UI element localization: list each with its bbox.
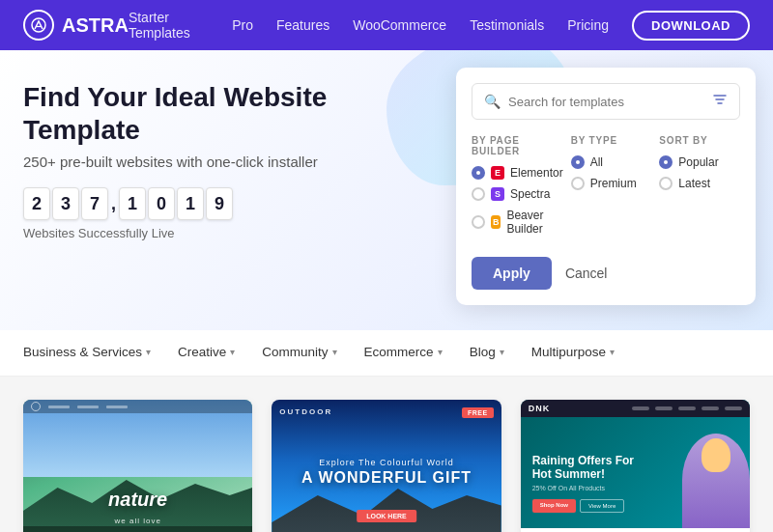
apply-button[interactable]: Apply	[472, 257, 552, 290]
cat-business-label: Business & Services	[23, 345, 142, 359]
cat-multipurpose[interactable]: Multipurpose ▾	[531, 330, 615, 376]
template-card-outdoor[interactable]: FREE OUTDOOR Explore The Colourful World…	[272, 400, 501, 532]
download-button[interactable]: DOWNLOAD	[632, 11, 750, 41]
outdoor-cta: LOOK HERE	[357, 510, 416, 522]
filter-spectra[interactable]: S Spectra	[472, 187, 563, 201]
outdoor-mountains	[272, 482, 501, 532]
hero-subtitle: 250+ pre-built websites with one-click i…	[23, 154, 448, 170]
cat-multipurpose-label: Multipurpose	[531, 345, 606, 359]
store-nav-dot-4	[701, 406, 719, 410]
filter-elementor[interactable]: E Elementor	[472, 166, 563, 180]
cat-blog-arrow: ▾	[500, 347, 504, 357]
nav-starter-templates[interactable]: Starter Templates	[129, 10, 209, 41]
nav-features[interactable]: Features	[276, 17, 329, 33]
cat-ecommerce-label: Ecommerce	[364, 345, 434, 359]
radio-all	[571, 155, 585, 169]
cat-community[interactable]: Community ▾	[262, 330, 336, 376]
nature-tagline: we all love	[23, 517, 252, 525]
nature-nav-dot-1	[48, 406, 70, 408]
nav-testimonials[interactable]: Testimonials	[470, 17, 544, 33]
spectra-label: Spectra	[510, 187, 550, 201]
counter-label: Websites Successfully Live	[23, 226, 448, 240]
outdoor-title: Explore The Colourful World A WONDERFUL …	[272, 458, 501, 487]
cat-blog-label: Blog	[470, 345, 496, 359]
outdoor-badge: FREE	[462, 407, 494, 418]
cat-creative[interactable]: Creative ▾	[178, 330, 235, 376]
store-nav-dot-1	[632, 406, 649, 410]
outdoor-bg: FREE OUTDOOR Explore The Colourful World…	[272, 400, 501, 532]
store-logos-bar: BOGO	[521, 528, 750, 532]
store-btns: Shop Now View More	[532, 499, 634, 513]
beaver-icon: B	[491, 215, 501, 229]
store-btn-secondary: View More	[580, 499, 624, 513]
template-thumb-nature: we all love nature	[23, 400, 252, 532]
nav-woocommerce[interactable]: WooCommerce	[353, 17, 446, 33]
template-card-store[interactable]: DNK Raining Offers ForHot Summer! 25% Of…	[521, 400, 750, 532]
logo[interactable]: ASTRA	[23, 10, 129, 41]
logo-icon	[23, 10, 54, 41]
cat-ecommerce-arrow: ▾	[438, 347, 443, 357]
filter-latest[interactable]: Latest	[659, 177, 740, 190]
store-heading: Raining Offers ForHot Summer!	[532, 454, 634, 482]
store-logo-text: DNK	[529, 404, 551, 413]
radio-popular	[659, 155, 673, 169]
hero-title: Find Your Ideal Website Template	[23, 81, 448, 146]
cat-community-label: Community	[262, 345, 328, 359]
main-nav: Starter Templates Pro Features WooCommer…	[129, 10, 750, 41]
sort-label: SORT BY	[659, 135, 740, 146]
radio-beaver	[472, 215, 485, 229]
template-thumb-outdoor: FREE OUTDOOR Explore The Colourful World…	[272, 400, 501, 532]
radio-latest	[659, 177, 673, 190]
counter-digit-5: 0	[148, 187, 175, 220]
hero-content: Find Your Ideal Website Template 250+ pr…	[23, 81, 448, 240]
template-grid: we all love nature Love Nature Elegant a…	[0, 377, 773, 532]
category-nav: Business & Services ▾ Creative ▾ Communi…	[0, 330, 773, 377]
store-girl-face	[701, 438, 730, 472]
counter-digit-1: 2	[23, 187, 50, 220]
cancel-button[interactable]: Cancel	[561, 257, 612, 290]
type-label: BY TYPE	[571, 135, 652, 146]
filter-sort: SORT BY Popular Latest	[659, 135, 740, 243]
filter-page-builder: BY PAGE BUILDER E Elementor S Spectra B …	[472, 135, 563, 243]
counter-sep-1: ,	[111, 194, 116, 214]
store-nav-dot-3	[678, 406, 696, 410]
search-input[interactable]	[508, 95, 704, 109]
nav-pricing[interactable]: Pricing	[567, 17, 609, 33]
store-hero-area: Raining Offers ForHot Summer! 25% Off On…	[521, 417, 750, 532]
header: ASTRA Starter Templates Pro Features Woo…	[0, 0, 773, 50]
filter-popular[interactable]: Popular	[659, 155, 740, 169]
store-header-bar: DNK	[521, 400, 750, 417]
filter-buttons: Apply Cancel	[472, 257, 740, 290]
beaver-label: Beaver Builder	[506, 209, 562, 236]
all-label: All	[590, 155, 603, 169]
radio-spectra	[472, 187, 485, 201]
page-builder-label: BY PAGE BUILDER	[472, 135, 563, 156]
filter-icon[interactable]	[712, 92, 728, 111]
cat-creative-arrow: ▾	[230, 347, 235, 357]
nature-text: nature	[23, 489, 252, 511]
counter-digit-7: 9	[206, 187, 233, 220]
cat-blog[interactable]: Blog ▾	[470, 330, 504, 376]
counter-digit-6: 1	[177, 187, 204, 220]
outdoor-label: OUTDOOR	[279, 407, 332, 416]
nav-pro[interactable]: Pro	[232, 17, 253, 33]
filter-all[interactable]: All	[571, 155, 652, 169]
elementor-icon: E	[491, 166, 504, 180]
store-btn-primary: Shop Now	[532, 499, 576, 513]
popular-label: Popular	[678, 155, 718, 169]
counter-digit-4: 1	[119, 187, 146, 220]
filter-type: BY TYPE All Premium	[571, 135, 652, 243]
filter-premium[interactable]: Premium	[571, 177, 652, 190]
search-panel: 🔍 BY PAGE BUILDER E Elementor	[456, 68, 756, 305]
logo-text: ASTRA	[62, 14, 129, 37]
radio-elementor	[472, 166, 485, 180]
template-card-nature[interactable]: we all love nature Love Nature Elegant a…	[23, 400, 252, 532]
store-nav-dot-2	[655, 406, 673, 410]
filter-beaver[interactable]: B Beaver Builder	[472, 209, 563, 236]
filter-grid: BY PAGE BUILDER E Elementor S Spectra B …	[472, 135, 740, 243]
cat-ecommerce[interactable]: Ecommerce ▾	[364, 330, 443, 376]
cat-business[interactable]: Business & Services ▾	[23, 330, 151, 376]
nature-nav-circle	[31, 402, 41, 411]
spectra-icon: S	[491, 187, 504, 201]
store-nav-items	[632, 406, 742, 410]
